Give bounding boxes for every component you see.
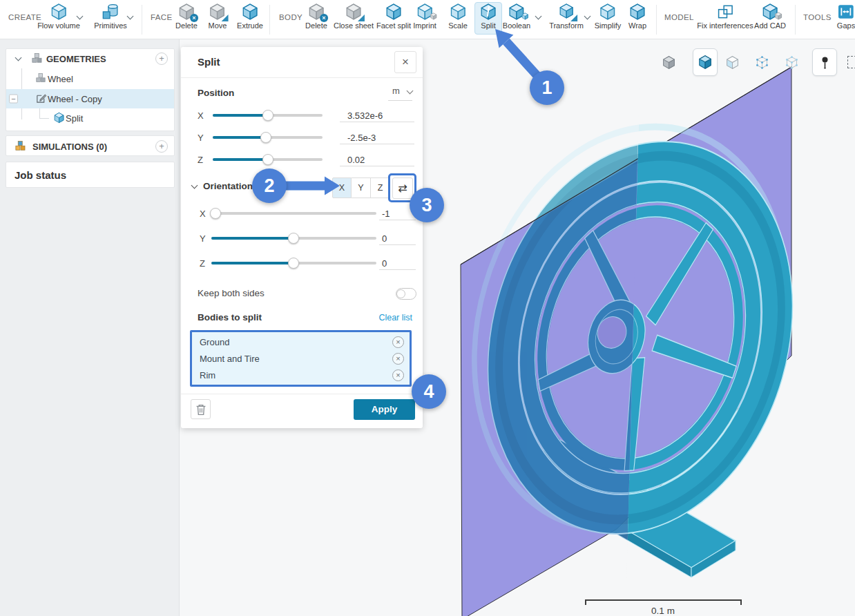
list-item[interactable]: Ground × (192, 334, 410, 351)
simplify-icon (599, 3, 617, 21)
orientation-axis-buttons: X Y Z (332, 177, 390, 198)
split-button[interactable]: Split (479, 3, 497, 30)
main-toolbar: CREATE FACE BODY MODEL TOOLS Flow volume… (0, 0, 855, 39)
primitives-icon (102, 3, 119, 21)
chevron-down-icon[interactable] (584, 13, 591, 20)
box-select-icon (847, 56, 855, 68)
apply-button[interactable]: Apply (354, 399, 415, 420)
orientation-z-button[interactable]: Z (371, 177, 390, 198)
primitives-button[interactable]: Primitives (94, 3, 127, 30)
position-z-slider-handle[interactable] (262, 154, 273, 165)
group-label-create: CREATE (8, 13, 41, 21)
wrap-button[interactable]: Wrap (628, 3, 646, 30)
orientation-z-slider-handle[interactable] (288, 258, 299, 269)
position-section-label: Position (198, 88, 234, 98)
add-simulation-button[interactable]: + (155, 140, 168, 153)
scale-body-button[interactable]: Scale (448, 3, 468, 30)
add-geometry-button[interactable]: + (155, 52, 168, 65)
list-item[interactable]: Mount and Tire × (192, 351, 410, 367)
clear-list-link[interactable]: Clear list (378, 313, 412, 323)
toolbar-separator (142, 5, 142, 35)
remove-item-icon[interactable]: × (392, 336, 404, 348)
flip-orientation-button[interactable]: ⇄ (392, 177, 413, 199)
geometry-tree-card: GEOMETRIES + Wheel − Wheel - Copy Split (6, 48, 175, 131)
edit-icon (35, 93, 47, 104)
orientation-x-value[interactable]: -1 (382, 209, 390, 219)
group-label-model: MODEL (664, 13, 694, 21)
view-face-select-button[interactable] (720, 48, 744, 76)
simulations-card: SIMULATIONS (0) + (6, 135, 175, 156)
shaded-cube-icon (698, 55, 713, 70)
view-pin-button[interactable] (812, 48, 837, 76)
view-box-select-button[interactable] (841, 48, 855, 76)
face-delete-button[interactable]: × Delete (175, 3, 198, 30)
pin-icon (818, 55, 832, 70)
position-x-value[interactable]: 3.532e-6 (347, 110, 383, 121)
position-x-slider-handle[interactable] (262, 110, 273, 121)
simplify-button[interactable]: Simplify (595, 3, 622, 30)
axis-label: X (198, 110, 204, 121)
position-y-value[interactable]: -2.5e-3 (347, 133, 376, 143)
scale-bar-label: 0.1 m (651, 606, 675, 616)
extrude-face-button[interactable]: Extrude (237, 3, 263, 30)
move-face-button[interactable]: Move (209, 3, 227, 30)
body-delete-button[interactable]: × Delete (305, 3, 327, 30)
panel-footer: Apply (181, 394, 423, 428)
sidebar-item-split[interactable]: Split (6, 108, 174, 128)
chevron-down-icon[interactable] (535, 13, 542, 20)
imprint-button[interactable]: Imprint (413, 3, 436, 30)
list-item[interactable]: Rim × (192, 367, 410, 384)
fix-interferences-icon (716, 3, 734, 21)
collapse-icon[interactable]: − (9, 95, 18, 104)
position-y-slider-handle[interactable] (260, 132, 271, 143)
wheel-geometry-icon (35, 73, 47, 84)
job-status-card[interactable]: Job status (6, 162, 175, 188)
view-solid-gray-cube-button[interactable] (656, 48, 681, 76)
sidebar-item-geometries[interactable]: GEOMETRIES + (6, 49, 174, 68)
view-wireframe-button[interactable] (749, 48, 774, 76)
axis-label: Y (198, 133, 204, 143)
orientation-y-value[interactable]: 0 (382, 233, 387, 244)
add-cad-button[interactable]: Add CAD (754, 3, 786, 30)
orientation-x-slider[interactable] (211, 212, 376, 215)
transform-button[interactable]: Transform (549, 3, 584, 30)
left-sidebar: GEOMETRIES + Wheel − Wheel - Copy Split … (0, 39, 180, 616)
keep-both-sides-toggle[interactable] (396, 288, 416, 300)
trash-icon (193, 402, 209, 417)
axis-label: Y (200, 233, 206, 244)
orientation-z-value[interactable]: 0 (382, 258, 387, 269)
view-shaded-cube-button[interactable] (693, 48, 718, 76)
solid-gray-cube-icon (662, 55, 676, 70)
fix-interferences-button[interactable]: Fix interferences (697, 3, 753, 30)
orientation-x-button[interactable]: X (332, 177, 352, 198)
close-panel-button[interactable]: × (394, 51, 416, 73)
chevron-down-icon[interactable] (15, 55, 22, 61)
sidebar-item-wheel-copy[interactable]: − Wheel - Copy (6, 89, 174, 108)
delete-operation-button[interactable] (191, 399, 211, 419)
scale-body-icon (449, 3, 467, 21)
orientation-x-slider-handle[interactable] (210, 208, 221, 219)
close-sheet-button[interactable]: Close sheet (334, 3, 374, 30)
chevron-down-icon[interactable] (191, 182, 198, 189)
position-z-value[interactable]: 0.02 (347, 155, 365, 165)
orientation-section-label: Orientation (203, 181, 253, 191)
sidebar-item-wheel[interactable]: Wheel (6, 68, 174, 89)
simulations-icon (15, 140, 27, 153)
annotation-step-3: 3 (410, 188, 444, 222)
facet-split-button[interactable]: Facet split (376, 3, 411, 30)
remove-item-icon[interactable]: × (392, 353, 404, 365)
annotation-step-1: 1 (530, 70, 564, 105)
flow-volume-button[interactable]: Flow volume (37, 3, 80, 30)
boolean-button[interactable]: Boolean (503, 3, 530, 30)
view-vertex-button[interactable] (779, 48, 804, 76)
gaps-button[interactable]: Gaps (837, 3, 855, 30)
gaps-icon (837, 3, 855, 21)
sidebar-item-simulations[interactable]: SIMULATIONS (0) + (6, 136, 174, 157)
wrap-icon (628, 3, 646, 21)
geometries-icon (31, 52, 44, 65)
orientation-y-slider-handle[interactable] (288, 233, 299, 244)
remove-item-icon[interactable]: × (392, 369, 404, 381)
chevron-down-icon[interactable] (127, 13, 134, 20)
divider (181, 77, 423, 78)
orientation-y-button[interactable]: Y (352, 177, 371, 198)
